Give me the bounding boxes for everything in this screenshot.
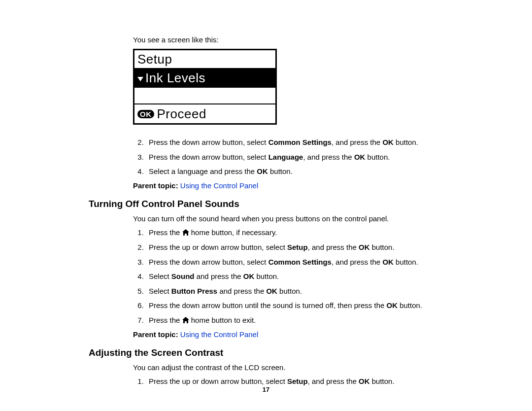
section-heading-contrast: Adjusting the Screen Contrast bbox=[89, 347, 443, 358]
section2-intro: You can adjust the contrast of the LCD s… bbox=[133, 363, 443, 372]
parent-topic: Parent topic: Using the Control Panel bbox=[133, 330, 443, 339]
down-arrow-icon bbox=[137, 77, 143, 81]
parent-topic-link[interactable]: Using the Control Panel bbox=[180, 330, 258, 339]
list-item: Select Button Press and press the OK but… bbox=[146, 286, 443, 296]
section1-steps: Press the home button, if necessary. Pre… bbox=[133, 228, 443, 326]
lcd-selected-row: Ink Levels bbox=[134, 69, 275, 88]
section2-body: You can adjust the contrast of the LCD s… bbox=[133, 363, 443, 386]
intro-text: You see a screen like this: bbox=[133, 35, 443, 44]
section2-steps: Press the up or down arrow button, selec… bbox=[133, 377, 443, 386]
steps-top: Press the down arrow button, select Comm… bbox=[133, 137, 443, 176]
list-item: Press the down arrow button until the so… bbox=[146, 301, 443, 310]
home-icon bbox=[182, 228, 189, 238]
page-number: 17 bbox=[0, 386, 532, 393]
list-item: Press the down arrow button, select Comm… bbox=[146, 137, 443, 147]
parent-topic: Parent topic: Using the Control Panel bbox=[133, 181, 443, 190]
parent-topic-label: Parent topic: bbox=[133, 330, 180, 339]
lcd-empty-row bbox=[134, 88, 275, 104]
lcd-title-row: Setup bbox=[134, 50, 275, 69]
lcd-screen-image: Setup Ink Levels OK Proceed bbox=[133, 49, 277, 125]
list-item: Select Sound and press the OK button. bbox=[146, 272, 443, 281]
list-item: Press the home button, if necessary. bbox=[146, 228, 443, 238]
list-item: Press the up or down arrow button, selec… bbox=[146, 377, 443, 386]
lcd-proceed-row: OK Proceed bbox=[134, 104, 275, 123]
lcd-selected-text: Ink Levels bbox=[145, 70, 205, 86]
lcd-title: Setup bbox=[137, 52, 172, 67]
lcd-proceed-text: Proceed bbox=[157, 106, 206, 122]
ok-badge-icon: OK bbox=[137, 110, 154, 118]
list-item: Press the down arrow button, select Comm… bbox=[146, 257, 443, 267]
parent-topic-link[interactable]: Using the Control Panel bbox=[180, 181, 258, 190]
list-item: Select a language and press the OK butto… bbox=[146, 167, 443, 176]
home-icon bbox=[182, 316, 189, 326]
list-item: Press the up or down arrow button, selec… bbox=[146, 242, 443, 252]
section1-intro: You can turn off the sound heard when yo… bbox=[133, 214, 443, 223]
section1-body: You can turn off the sound heard when yo… bbox=[133, 214, 443, 339]
parent-topic-label: Parent topic: bbox=[133, 181, 180, 190]
list-item: Press the home button to exit. bbox=[146, 315, 443, 326]
top-block: You see a screen like this: Setup Ink Le… bbox=[133, 35, 443, 190]
list-item: Press the down arrow button, select Lang… bbox=[146, 152, 443, 162]
section-heading-sounds: Turning Off Control Panel Sounds bbox=[89, 199, 443, 209]
